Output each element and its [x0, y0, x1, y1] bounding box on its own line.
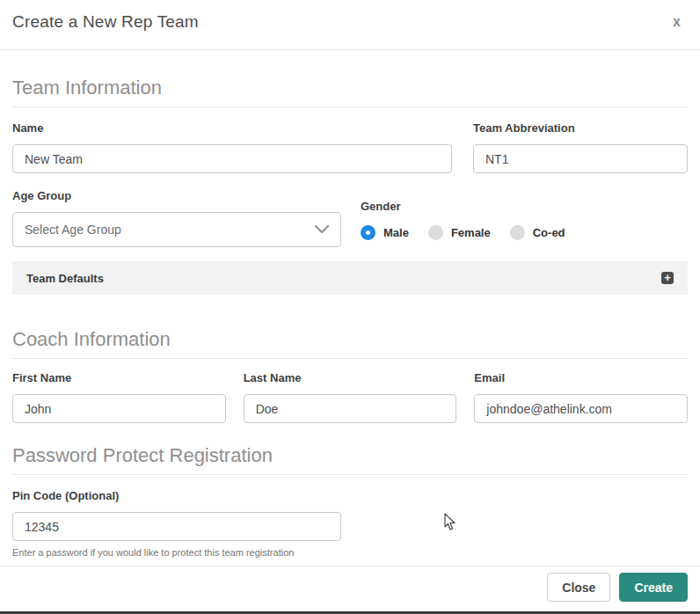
- close-button[interactable]: Close: [547, 573, 610, 602]
- team-abbreviation-label: Team Abbreviation: [473, 121, 688, 135]
- age-group-field-group: Age Group Select Age Group: [12, 189, 341, 247]
- team-defaults-label: Team Defaults: [26, 272, 104, 285]
- coach-fields-row: First Name Last Name Email: [12, 371, 688, 423]
- team-defaults-panel-header[interactable]: Team Defaults +: [12, 261, 688, 295]
- modal-title: Create a New Rep Team: [12, 12, 199, 32]
- close-icon[interactable]: x: [666, 12, 688, 32]
- age-gender-row: Age Group Select Age Group Gender Male: [12, 189, 688, 247]
- age-group-label: Age Group: [12, 189, 341, 202]
- last-name-field-group: Last Name: [244, 371, 457, 423]
- pin-code-field-group: Pin Code (Optional) Enter a password if …: [12, 489, 688, 558]
- name-abbreviation-row: Name Team Abbreviation: [12, 121, 688, 173]
- pin-code-helper-text: Enter a password if you would like to pr…: [12, 547, 688, 558]
- gender-option-female-label: Female: [451, 226, 491, 239]
- radio-unselected-icon[interactable]: [428, 225, 443, 240]
- email-field-group: Email: [474, 371, 688, 423]
- team-information-heading: Team Information: [12, 77, 688, 107]
- gender-field-group: Gender Male Female Co-ed: [361, 189, 565, 240]
- gender-radio-group: Male Female Co-ed: [361, 225, 565, 240]
- name-input[interactable]: [12, 144, 452, 173]
- gender-option-male[interactable]: Male: [361, 225, 409, 240]
- radio-unselected-icon[interactable]: [510, 225, 525, 240]
- pin-code-label: Pin Code (Optional): [12, 489, 688, 502]
- password-protect-heading: Password Protect Registration: [12, 444, 688, 475]
- pin-code-input[interactable]: [12, 512, 341, 541]
- age-group-selected-value: Select Age Group: [25, 223, 121, 237]
- team-abbreviation-input[interactable]: [473, 144, 688, 173]
- plus-square-expand-icon[interactable]: +: [661, 272, 674, 284]
- gender-option-male-label: Male: [383, 226, 409, 239]
- create-rep-team-modal: Create a New Rep Team x Team Information…: [0, 0, 700, 611]
- name-field-group: Name: [12, 121, 452, 173]
- gender-option-coed[interactable]: Co-ed: [510, 225, 565, 240]
- radio-selected-icon[interactable]: [361, 225, 376, 240]
- gender-option-female[interactable]: Female: [428, 225, 491, 240]
- abbreviation-field-group: Team Abbreviation: [473, 121, 688, 173]
- first-name-field-group: First Name: [12, 371, 226, 423]
- create-button[interactable]: Create: [619, 573, 688, 602]
- email-label: Email: [474, 371, 688, 384]
- name-label: Name: [12, 121, 452, 135]
- last-name-input[interactable]: [244, 394, 457, 423]
- first-name-label: First Name: [12, 371, 226, 384]
- gender-label: Gender: [361, 200, 565, 213]
- modal-body: Team Information Name Team Abbreviation …: [0, 77, 700, 558]
- modal-header: Create a New Rep Team x: [0, 0, 700, 50]
- last-name-label: Last Name: [244, 371, 457, 384]
- age-group-select[interactable]: Select Age Group: [12, 212, 341, 247]
- chevron-down-icon: [315, 222, 329, 238]
- modal-footer: Close Create: [0, 566, 700, 602]
- coach-information-heading: Coach Information: [12, 328, 688, 359]
- gender-option-coed-label: Co-ed: [533, 226, 565, 239]
- first-name-input[interactable]: [12, 394, 226, 423]
- email-input[interactable]: [474, 394, 688, 423]
